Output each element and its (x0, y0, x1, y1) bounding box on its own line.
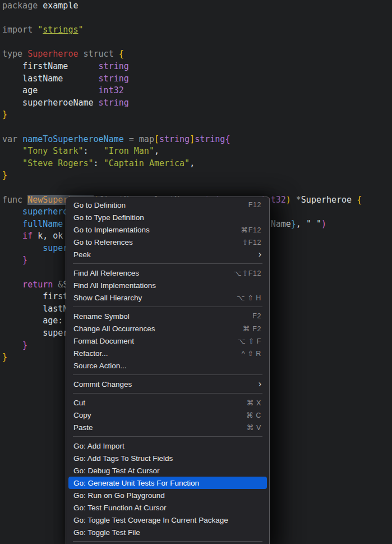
code-token: " " (306, 219, 321, 229)
menu-shortcut: ⌘ C (246, 411, 261, 419)
menu-item-go-add-import[interactable]: Go: Add Import (66, 440, 269, 452)
menu-item-label: Refactor... (73, 349, 108, 358)
submenu-chevron-icon: › (259, 250, 261, 259)
menu-item-copy[interactable]: Copy⌘ C (66, 409, 269, 421)
submenu-chevron-icon: › (259, 380, 261, 388)
code-token: ) (286, 195, 291, 205)
code-token: } (2, 340, 27, 350)
menu-item-label: Go: Add Import (73, 442, 124, 450)
code-line (2, 182, 392, 194)
menu-separator (73, 307, 262, 307)
menu-item-go-toggle-test-file[interactable]: Go: Toggle Test File (66, 526, 269, 538)
menu-item-label: Go: Run on Go Playground (73, 491, 165, 500)
code-line: age int32 (2, 85, 392, 97)
code-token: return (2, 280, 58, 290)
code-token: * (291, 195, 301, 205)
menu-item-label: Cut (73, 399, 85, 407)
code-token: , (190, 158, 195, 168)
code-token: "Tony Stark" (2, 146, 84, 156)
code-token: string (99, 98, 129, 108)
menu-item-find-all-implementations[interactable]: Find All Implementations (66, 279, 269, 291)
menu-item-go-toggle-test-coverage-in-current-package[interactable]: Go: Toggle Test Coverage In Current Pack… (66, 514, 269, 526)
menu-item-paste[interactable]: Paste⌘ V (66, 421, 269, 433)
menu-shortcut: ⇧F12 (242, 238, 261, 246)
menu-item-go-test-function-at-cursor[interactable]: Go: Test Function At Cursor (66, 501, 269, 514)
menu-item-label: Format Document (73, 337, 134, 345)
code-token: "Steve Rogers" (2, 158, 94, 168)
code-token: package (2, 1, 43, 11)
menu-item-go-debug-test-at-cursor[interactable]: Go: Debug Test At Cursor (66, 464, 269, 477)
code-token: fullName (2, 219, 63, 229)
menu-item-refactor[interactable]: Refactor...^ ⇧ R (66, 347, 269, 359)
menu-item-source-action[interactable]: Source Action... (66, 359, 269, 372)
menu-item-label: Go to Definition (73, 201, 126, 209)
code-line: package example (2, 0, 392, 12)
menu-item-go-add-tags-to-struct-fields[interactable]: Go: Add Tags To Struct Fields (66, 452, 269, 464)
code-token: firstName (2, 61, 99, 71)
menu-item-go-to-implementations[interactable]: Go to Implementations⌘F12 (66, 223, 269, 236)
menu-separator (73, 541, 262, 542)
menu-item-format-document[interactable]: Format Document⌥ ⇧ F (66, 335, 269, 347)
code-token: = map (124, 134, 154, 144)
menu-item-label: Change All Occurrences (73, 324, 155, 333)
menu-item-show-call-hierarchy[interactable]: Show Call Hierarchy⌥ ⇧ H (66, 291, 269, 304)
code-token: if (2, 231, 38, 241)
menu-shortcut: ⌘ V (247, 423, 261, 432)
code-token: example (43, 1, 78, 11)
menu-item-label: Go: Test Function At Cursor (73, 504, 167, 512)
menu-separator (73, 393, 262, 394)
code-token: Superheroe (27, 49, 78, 59)
menu-item-go-to-definition[interactable]: Go to DefinitionF12 (66, 199, 269, 211)
menu-item-label: Go: Debug Test At Cursor (73, 467, 160, 475)
code-token: , (296, 219, 306, 229)
code-token: ] (190, 134, 195, 144)
code-token: import (2, 25, 38, 35)
code-line: var nameToSuperheroeName = map[string]st… (2, 134, 392, 146)
menu-item-label: Go to Type Definition (73, 213, 144, 222)
menu-shortcut: F12 (248, 201, 261, 209)
menu-item-go-to-type-definition[interactable]: Go to Type Definition (66, 211, 269, 223)
context-menu: Go to DefinitionF12Go to Type Definition… (66, 196, 270, 544)
code-token: } (291, 219, 296, 229)
menu-separator (73, 374, 262, 375)
code-line: "Tony Stark": "Iron Man", (2, 145, 392, 158)
code-line (2, 121, 392, 134)
code-token: string (159, 134, 190, 144)
menu-separator (73, 436, 262, 437)
code-token: [ (154, 134, 159, 144)
menu-shortcut: F2 (252, 312, 261, 320)
code-token: } (2, 255, 27, 265)
menu-item-rename-symbol[interactable]: Rename SymbolF2 (66, 310, 269, 322)
menu-item-label: Paste (73, 423, 93, 432)
code-line: type Superheroe struct { (2, 48, 392, 61)
menu-item-go-to-references[interactable]: Go to References⇧F12 (66, 236, 269, 248)
menu-item-find-all-references[interactable]: Find All References⌥⇧F12 (66, 267, 269, 279)
code-token: : (94, 158, 104, 168)
menu-shortcut: ⌥⇧F12 (234, 269, 261, 277)
menu-item-go-generate-unit-tests-for-function[interactable]: Go: Generate Unit Tests For Function (68, 477, 267, 489)
menu-item-label: Go to Implementations (73, 226, 150, 234)
menu-item-label: Commit Changes (73, 380, 132, 388)
code-token: , (154, 146, 159, 156)
code-line: "Steve Rogers": "Captain America", (2, 158, 392, 170)
code-token: struct (78, 49, 118, 59)
menu-item-change-all-occurrences[interactable]: Change All Occurrences⌘ F2 (66, 322, 269, 335)
code-line (2, 12, 392, 25)
menu-separator (73, 263, 262, 264)
code-token: strings (43, 25, 78, 35)
menu-item-label: Rename Symbol (73, 312, 130, 321)
menu-item-commit-changes[interactable]: Commit Changes› (66, 378, 269, 390)
code-token: " (38, 25, 43, 35)
menu-item-label: Source Action... (73, 362, 127, 370)
menu-item-label: Find All References (73, 269, 139, 277)
code-token: string (99, 74, 129, 84)
menu-item-label: Copy (73, 411, 91, 419)
menu-item-peek[interactable]: Peek› (66, 248, 269, 260)
code-token: "Iron Man" (104, 146, 154, 156)
menu-item-cut[interactable]: Cut⌘ X (66, 396, 269, 409)
code-line: firstName string (2, 61, 392, 73)
code-token: } (2, 109, 7, 120)
code-token: } (2, 170, 7, 180)
menu-item-go-run-on-go-playground[interactable]: Go: Run on Go Playground (66, 489, 269, 501)
menu-item-label: Peek (73, 250, 91, 259)
